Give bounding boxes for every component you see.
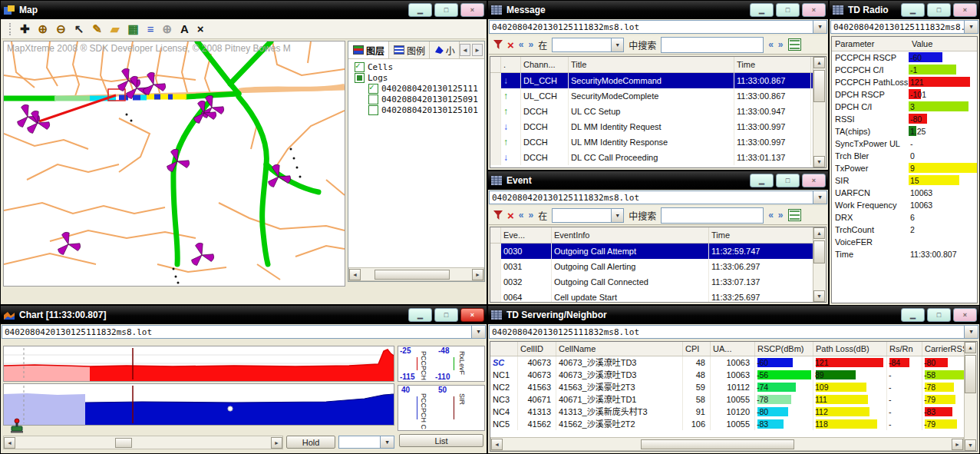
toolbar-grip[interactable] [9, 23, 13, 35]
search-input[interactable] [661, 37, 764, 53]
neighbor-hscrollbar[interactable]: ◄ ► [490, 437, 964, 451]
event-log-combo[interactable]: 0402080420130125111832ms8.lot ▼ [489, 191, 827, 204]
measure-icon[interactable]: ✎ [92, 23, 102, 35]
open-folder-icon[interactable]: ▰ [111, 23, 120, 35]
chevron-down-icon[interactable]: ▼ [380, 436, 394, 448]
column-header[interactable]: CPI [683, 342, 711, 356]
map-canvas[interactable]: MapXtreme 2008 ® SDK Developer License, … [3, 41, 345, 287]
column-header[interactable]: CellName [556, 342, 683, 356]
minimize-icon[interactable]: ▁ [901, 308, 925, 322]
td-neighbor-titlebar[interactable]: TD Servering/Neighbor ▁ □ × [488, 306, 979, 324]
export-icon[interactable] [788, 209, 801, 221]
message-titlebar[interactable]: Message ▁ □ × [488, 1, 828, 19]
search-next-icon[interactable]: » [778, 39, 784, 50]
layer-panel-tab-1[interactable]: 图例 [389, 41, 430, 58]
minimize-icon[interactable]: ▁ [408, 3, 432, 17]
scroll-up-icon[interactable]: ▲ [965, 342, 976, 353]
chevron-down-icon[interactable]: ▼ [611, 209, 623, 222]
scroll-thumb[interactable] [375, 270, 450, 280]
column-header[interactable]: RSCP(dBm) [755, 342, 813, 356]
radio-parameter-row[interactable]: RSSI-80 [832, 113, 977, 125]
scroll-up-icon[interactable]: ▲ [813, 227, 825, 239]
scroll-thumb[interactable] [965, 355, 976, 393]
maximize-icon[interactable]: □ [434, 3, 458, 17]
tab-scroll-right-icon[interactable]: ► [472, 44, 483, 56]
chevron-down-icon[interactable]: ▼ [964, 326, 978, 338]
event-vscrollbar[interactable]: ▲ ▼ [813, 227, 826, 302]
close-icon[interactable]: × [802, 174, 826, 187]
item-list-icon[interactable]: ≡ [147, 23, 154, 35]
scroll-up-icon[interactable]: ▲ [813, 57, 825, 68]
message-log-combo[interactable]: 0402080420130125111832ms8.lot ▼ [489, 20, 827, 34]
chart-titlebar[interactable]: Chart [11:33:00.807] ▁ □ × [1, 306, 487, 324]
radio-parameter-row[interactable]: PCCPCH RSCP-60 [832, 51, 977, 64]
radio-parameter-row[interactable]: Time11:33:00.807 [832, 248, 977, 260]
next-icon[interactable]: » [528, 210, 533, 220]
minimize-icon[interactable]: ▁ [750, 3, 774, 17]
td-neighbor-table-header[interactable]: CellIDCellNameCPIUA...RSCP(dBm)Path Loss… [490, 342, 977, 356]
column-header[interactable]: Title [569, 57, 734, 72]
scroll-down-icon[interactable]: ▼ [965, 439, 976, 451]
td-radio-titlebar[interactable]: TD Radio ▁ □ × [830, 1, 979, 19]
minimize-icon[interactable]: ▁ [750, 174, 774, 187]
message-row[interactable]: ↑DCCHUL CC Setup11:33:00.947 [490, 104, 826, 119]
chevron-down-icon[interactable]: ▼ [813, 191, 827, 204]
radio-parameter-row[interactable]: VoiceFER [832, 236, 977, 248]
scroll-left-icon[interactable]: ◄ [491, 439, 503, 450]
scroll-right-icon[interactable]: ► [952, 439, 963, 450]
search-field-combo[interactable]: ▼ [552, 38, 624, 52]
close-icon[interactable]: × [953, 3, 977, 17]
scroll-left-icon[interactable]: ◄ [4, 437, 15, 449]
column-header[interactable] [490, 227, 501, 243]
column-header[interactable] [490, 57, 501, 72]
radio-parameter-row[interactable]: Trch Bler0 [832, 150, 977, 162]
filter-icon[interactable] [493, 40, 503, 49]
column-header[interactable] [490, 342, 518, 356]
td-radio-table-header[interactable]: ParameterValue [832, 37, 977, 51]
radio-parameter-row[interactable]: PCCPCH C/I-1 [832, 64, 977, 76]
column-header[interactable]: Time [709, 227, 815, 243]
maximize-icon[interactable]: □ [776, 174, 800, 187]
layer-tree-item[interactable]: Cells [348, 62, 484, 72]
column-header[interactable]: EventInfo [552, 227, 709, 243]
message-row[interactable]: ↑DCCHUL MM Identity Response11:33:00.997 [490, 134, 826, 150]
close-icon[interactable]: × [460, 3, 484, 17]
neighbor-vscrollbar[interactable]: ▲ ▼ [964, 342, 977, 451]
td-radio-log-combo[interactable]: 0402080420130125111832ms8.lot ▼ [830, 20, 978, 34]
find-icon[interactable]: ⊕ [162, 23, 172, 35]
message-row[interactable]: ↑UL_CCHSecurityModeComplete11:33:00.867 [490, 88, 826, 104]
zoom-out-icon[interactable]: ⊖ [56, 23, 66, 35]
checkbox-empty-icon[interactable] [368, 94, 378, 104]
hold-button[interactable]: Hold [286, 436, 335, 449]
radio-parameter-row[interactable]: TxPower9 [832, 162, 977, 174]
radio-parameter-row[interactable]: UARFCN10063 [832, 187, 977, 199]
td-neighbor-log-combo[interactable]: 0402080420130125111832ms8.lot ▼ [489, 325, 978, 339]
next-icon[interactable]: » [528, 39, 533, 50]
radio-parameter-row[interactable]: DPCH C/I3 [832, 101, 977, 113]
scroll-thumb[interactable] [115, 438, 132, 448]
chevron-down-icon[interactable]: ▼ [471, 326, 485, 338]
layer-tree-item[interactable]: 0402080420130125111 [348, 84, 484, 94]
filter-icon[interactable] [493, 210, 503, 220]
chevron-down-icon[interactable]: ▼ [964, 21, 978, 33]
chart-strip-ci[interactable] [3, 383, 394, 426]
save-layers-icon[interactable]: ▦ [127, 23, 138, 35]
scroll-thumb[interactable] [813, 70, 825, 102]
text-label-icon[interactable]: A [180, 23, 189, 35]
message-vscrollbar[interactable]: ▲ ▼ [813, 57, 826, 167]
checkbox-checked-icon[interactable] [355, 62, 365, 72]
scroll-left-icon[interactable]: ◄ [349, 269, 361, 280]
pan-icon[interactable]: ✚ [20, 23, 30, 35]
search-prev-icon[interactable]: « [768, 210, 774, 220]
close-icon[interactable]: × [802, 3, 826, 17]
message-table-header[interactable]: .Chann...TitleTime [490, 57, 826, 73]
zoom-in-icon[interactable]: ⊕ [38, 23, 48, 35]
checkbox-filled-icon[interactable] [355, 73, 365, 83]
scroll-thumb[interactable] [813, 240, 825, 263]
neighbor-cell-row[interactable]: NC44131341313_沙溪新庞头村T39110120-80112--83 [490, 406, 977, 418]
maximize-icon[interactable]: □ [434, 308, 458, 322]
neighbor-cell-row[interactable]: SC4067340673_沙溪潦吐TD34810063-60121-84-80 [490, 356, 977, 369]
neighbor-cell-row[interactable]: NC24156341563_沙溪豪吐2T35910112-74109--78 [490, 381, 977, 393]
radio-parameter-row[interactable]: DRX6 [832, 211, 977, 224]
column-header[interactable]: Rs/Rn [887, 342, 922, 356]
